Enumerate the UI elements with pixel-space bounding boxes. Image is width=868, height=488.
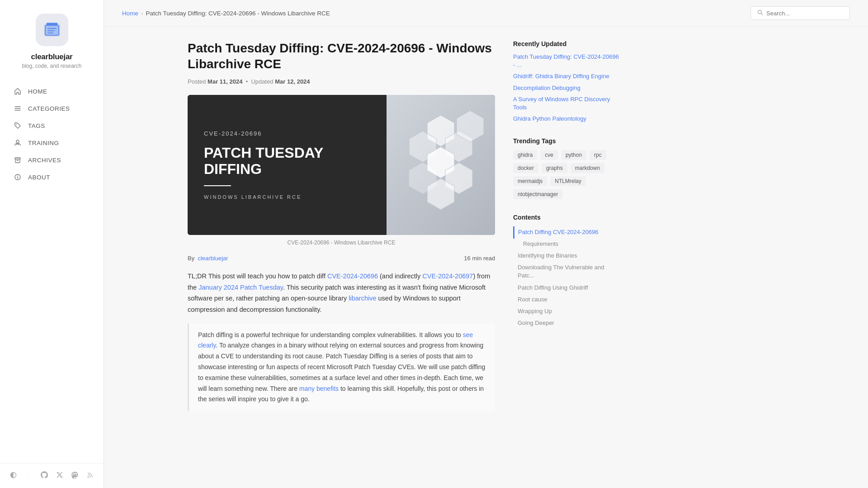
contents-item[interactable]: Patch Diffing CVE-2024-20696 [513,226,622,238]
topbar: Home › Patch Tuesday Diffing: CVE-2024-2… [104,0,868,27]
svg-point-17 [17,175,18,176]
article-meta: Posted Mar 11, 2024 • Updated Mar 12, 20… [188,78,495,85]
home-label: HOME [28,88,47,95]
tags-label: TAGS [28,122,45,129]
archive-icon [14,156,22,164]
contents-list: Patch Diffing CVE-2024-20696Requirements… [513,226,622,329]
trending-tags-title: Trending Tags [513,137,622,145]
about-icon [14,173,22,181]
trending-tags-section: Trending Tags ghidracvepythonrpcdockergr… [513,137,622,199]
site-name: clearbluejar [31,52,73,61]
dot-separator: · [25,471,33,479]
svg-line-21 [761,14,763,15]
hero-subtitle: WINDOWS LIBARCHIVE RCE [204,194,370,200]
theme-toggle-icon[interactable] [9,471,18,479]
recent-link-2[interactable]: Decompilation Debugging [513,84,622,92]
contents-section: Contents Patch Diffing CVE-2024-20696Req… [513,214,622,329]
article-intro-paragraph: TL;DR This post will teach you how to pa… [188,271,495,315]
tag-item[interactable]: cve [540,150,558,160]
breadcrumb-home[interactable]: Home [122,10,138,17]
article-body: TL;DR This post will teach you how to pa… [188,271,495,411]
svg-point-11 [16,124,17,125]
training-label: TRAINING [28,140,59,146]
cve2-link[interactable]: CVE-2024-20697 [422,272,473,280]
sidebar-item-categories[interactable]: CATEGORIES [0,100,104,117]
many-link[interactable]: many benefits [299,385,339,392]
libarchive-link[interactable]: libarchive [349,295,376,302]
sidebar-footer: · [0,463,104,479]
svg-point-19 [87,477,89,478]
read-time: 16 min read [464,255,495,262]
hero-divider [204,185,231,186]
tag-icon [14,122,22,130]
home-icon [14,87,22,95]
site-tagline: blog, code, and research [22,63,81,69]
contents-item[interactable]: Downloading The Vulnerable and Patc... [513,262,622,282]
search-input[interactable] [766,10,843,17]
contents-item[interactable]: Requirements [513,239,622,250]
cve1-link[interactable]: CVE-2024-20696 [327,272,378,280]
posted-date: Mar 11, 2024 [208,78,242,85]
recent-link-4[interactable]: Ghidra Python Paleontology [513,115,622,123]
rss-icon[interactable] [86,471,94,479]
article-byline: By clearbluejar 16 min read [188,255,495,262]
tag-item[interactable]: markdown [571,163,604,173]
tag-item[interactable]: graphs [542,163,567,173]
tag-item[interactable]: python [561,150,586,160]
hero-title: PATCH TUESDAY DIFFING [204,145,370,177]
jan-link[interactable]: January 2024 Patch Tuesday [198,284,283,291]
author-link[interactable]: clearbluejar [198,255,228,262]
tag-item[interactable]: ghidra [513,150,537,160]
tag-item[interactable]: rpc [590,150,606,160]
tag-item[interactable]: NTLMrelay [550,176,586,186]
hex-pattern [391,102,491,228]
hero-dark-panel: CVE-2024-20696 PATCH TUESDAY DIFFING WIN… [188,95,387,235]
categories-label: CATEGORIES [28,105,70,112]
sidebar-nav: HOME CATEGORIES TAGS TRAINING ARCHIVES [0,83,104,459]
posted-label: Posted [188,78,206,85]
tag-item[interactable]: mermaidjs [513,176,547,186]
svg-point-20 [758,10,762,14]
sidebar-item-about[interactable]: ABOUT [0,169,104,186]
tag-item[interactable]: ntobjectmanager [513,189,562,199]
github-icon[interactable] [40,471,48,479]
about-label: ABOUT [28,174,50,181]
recent-link-0[interactable]: Patch Tuesday Diffing: CVE-2024-20696 - … [513,53,622,69]
mastodon-icon[interactable] [71,471,79,479]
search-icon [757,9,763,17]
hero-cve: CVE-2024-20696 [204,130,370,137]
sidebar-item-archives[interactable]: ARCHIVES [0,151,104,169]
contents-title: Contents [513,214,622,221]
contents-item[interactable]: Going Deeper [513,317,622,329]
categories-icon [14,104,22,113]
svg-rect-1 [45,25,59,35]
byline-author: By clearbluejar [188,255,228,262]
breadcrumb-separator: › [141,10,143,17]
contents-item[interactable]: Root cause [513,294,622,305]
main-content-area: Home › Patch Tuesday Diffing: CVE-2024-2… [104,0,868,488]
article-caption: CVE-2024-20696 - Windows Libarchive RCE [188,239,495,246]
x-twitter-icon[interactable] [56,471,64,479]
sidebar-item-home[interactable]: HOME [0,83,104,100]
tag-item[interactable]: docker [513,163,538,173]
updated-date: Mar 12, 2024 [275,78,310,85]
recent-link-3[interactable]: A Survey of Windows RPC Discovery Tools [513,95,622,112]
article: Patch Tuesday Diffing: CVE-2024-20696 - … [188,40,495,470]
training-icon [14,139,22,147]
breadcrumb: Home › Patch Tuesday Diffing: CVE-2024-2… [122,10,330,17]
right-sidebar: Recently Updated Patch Tuesday Diffing: … [513,40,622,470]
content-wrap: Patch Tuesday Diffing: CVE-2024-20696 - … [170,27,802,488]
sidebar-item-tags[interactable]: TAGS [0,117,104,134]
svg-point-12 [16,140,19,143]
article-blockquote: Patch diffing is a powerful technique fo… [188,324,495,412]
recent-link-1[interactable]: Ghidriff: Ghidra Binary Diffing Engine [513,72,622,80]
breadcrumb-current: Patch Tuesday Diffing: CVE-2024-20696 - … [146,10,330,17]
sidebar: clearbluejar blog, code, and research HO… [0,0,104,488]
sidebar-item-training[interactable]: TRAINING [0,134,104,151]
search-bar[interactable] [750,6,850,20]
recently-updated-section: Recently Updated Patch Tuesday Diffing: … [513,40,622,123]
contents-item[interactable]: Wrapping Up [513,305,622,317]
contents-item[interactable]: Identifying the Binaries [513,250,622,262]
contents-item[interactable]: Patch Diffing Using Ghidriff [513,282,622,294]
hero-light-panel [387,95,495,235]
